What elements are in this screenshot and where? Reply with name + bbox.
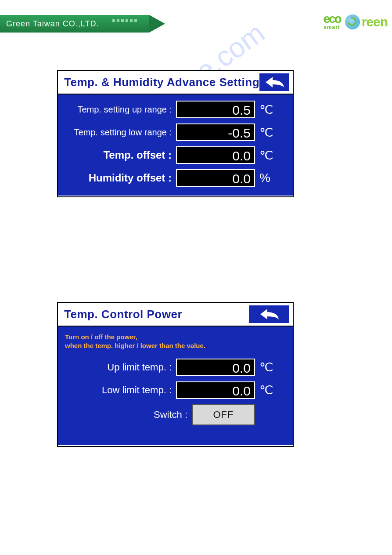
temp-low-range-row: Temp. setting low range : -0.5 ℃ bbox=[65, 123, 286, 141]
eco-logo-bottom: smart bbox=[324, 24, 340, 30]
green-logo-text: reen bbox=[362, 15, 388, 29]
back-arrow-icon bbox=[264, 76, 285, 88]
low-limit-label: Low limit temp. : bbox=[65, 385, 176, 396]
temp-control-power-panel: Temp. Control Power Turn on / off the po… bbox=[57, 302, 294, 447]
panel2-header: Temp. Control Power bbox=[58, 303, 293, 326]
globe-icon bbox=[345, 15, 360, 29]
temp-up-range-input[interactable]: 0.5 bbox=[176, 101, 255, 118]
temp-low-range-label: Temp. setting low range : bbox=[65, 127, 176, 138]
temp-humidity-panel: Temp. & Humidity Advance Setting Temp. s… bbox=[57, 70, 294, 197]
temp-offset-input[interactable]: 0.0 bbox=[176, 146, 255, 164]
hint-line-1: Turn on / off the power, bbox=[65, 333, 137, 341]
panel1-title: Temp. & Humidity Advance Setting bbox=[64, 76, 259, 89]
humidity-offset-row: Humidity offset : 0.0 % bbox=[65, 169, 286, 187]
temp-offset-row: Temp. offset : 0.0 ℃ bbox=[65, 146, 286, 164]
panel2-body: Turn on / off the power, when the temp. … bbox=[58, 326, 293, 445]
temp-up-range-row: Temp. setting up range : 0.5 ℃ bbox=[65, 101, 286, 118]
switch-toggle[interactable]: OFF bbox=[192, 404, 255, 425]
back-button[interactable] bbox=[259, 73, 289, 91]
panel1-header: Temp. & Humidity Advance Setting bbox=[58, 71, 293, 94]
humidity-offset-unit: % bbox=[255, 171, 286, 185]
temp-offset-unit: ℃ bbox=[255, 148, 286, 163]
back-arrow-icon bbox=[259, 308, 280, 320]
humidity-offset-label: Humidity offset : bbox=[65, 172, 176, 184]
temp-offset-label: Temp. offset : bbox=[65, 149, 176, 161]
up-limit-row: Up limit temp. : 0.0 ℃ bbox=[65, 359, 286, 376]
eco-logo-top: eco bbox=[323, 13, 340, 24]
company-name: Green Taiwan CO.,LTD. bbox=[0, 19, 99, 29]
up-limit-input[interactable]: 0.0 bbox=[176, 359, 255, 376]
switch-label: Switch : bbox=[65, 409, 192, 421]
low-limit-unit: ℃ bbox=[255, 383, 286, 397]
panel2-hint: Turn on / off the power, when the temp. … bbox=[65, 333, 286, 351]
eco-smart-logo: eco smart bbox=[323, 13, 340, 30]
temp-low-range-input[interactable]: -0.5 bbox=[176, 123, 255, 141]
temp-up-range-unit: ℃ bbox=[255, 102, 286, 117]
brand-logos: eco smart reen bbox=[323, 13, 388, 30]
up-limit-label: Up limit temp. : bbox=[65, 362, 176, 373]
low-limit-row: Low limit temp. : 0.0 ℃ bbox=[65, 381, 286, 399]
header-ribbon: Green Taiwan CO.,LTD. bbox=[0, 15, 176, 33]
temp-up-range-label: Temp. setting up range : bbox=[65, 105, 176, 115]
hint-line-2: when the temp. higher / lower than the v… bbox=[65, 342, 205, 349]
green-logo: reen bbox=[345, 15, 388, 29]
temp-low-range-unit: ℃ bbox=[255, 125, 286, 140]
panel1-body: Temp. setting up range : 0.5 ℃ Temp. set… bbox=[58, 94, 293, 196]
low-limit-input[interactable]: 0.0 bbox=[176, 381, 255, 399]
panel2-title: Temp. Control Power bbox=[64, 308, 182, 321]
up-limit-unit: ℃ bbox=[255, 360, 286, 374]
humidity-offset-input[interactable]: 0.0 bbox=[176, 169, 255, 187]
ribbon-decoration bbox=[112, 19, 139, 22]
switch-row: Switch : OFF bbox=[65, 404, 286, 425]
back-button[interactable] bbox=[249, 305, 289, 323]
